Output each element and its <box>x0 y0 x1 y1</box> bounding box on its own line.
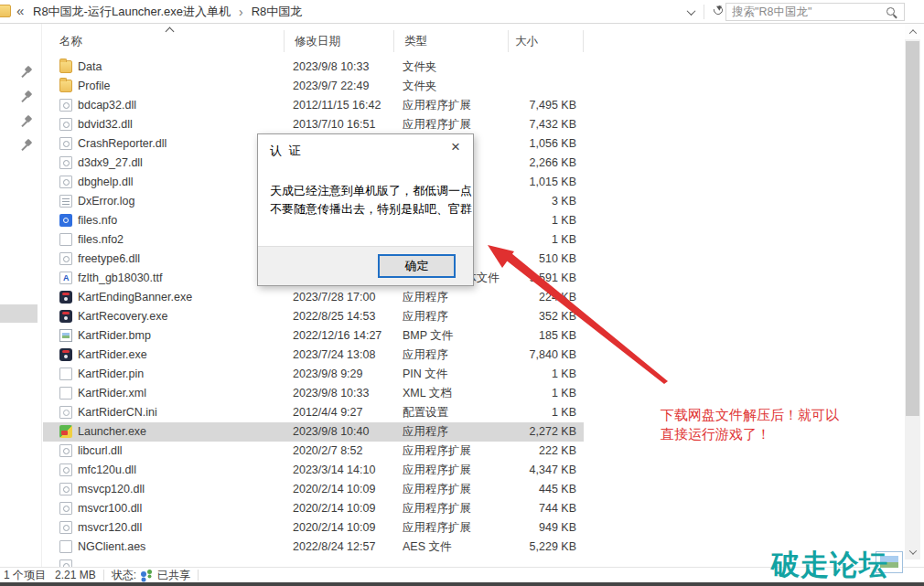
file-name: Data <box>78 58 284 77</box>
breadcrumb-back-chevron[interactable]: « <box>16 3 24 18</box>
column-header-type[interactable]: 类型 <box>404 34 427 49</box>
column-headers: 名称 修改日期 类型 大小 <box>0 25 924 54</box>
file-size: 9,591 KB <box>467 269 576 288</box>
column-header-date[interactable]: 修改日期 <box>295 34 340 49</box>
table-row[interactable]: KartRecovery.exe 2022/8/25 14:53 应用程序 35… <box>43 307 584 326</box>
file-size: 7,840 KB <box>467 346 576 365</box>
file-date: 2023/9/8 10:40 <box>293 422 398 442</box>
file-date <box>293 557 398 567</box>
status-label: 状态: <box>112 568 136 583</box>
dialog-footer: 确定 <box>258 246 473 285</box>
divider <box>508 30 509 52</box>
scroll-down-button[interactable] <box>905 544 920 559</box>
dll-icon <box>59 156 72 169</box>
navigation-pane <box>0 24 42 567</box>
folder-icon <box>0 5 11 17</box>
kart-exe-icon <box>59 310 72 323</box>
file-date: 2022/12/16 14:27 <box>293 326 398 346</box>
file-name: bdvid32.dll <box>78 115 284 134</box>
vertical-scrollbar <box>905 24 920 559</box>
chevron-up-icon <box>908 29 916 37</box>
table-row[interactable]: mfc120u.dll 2023/3/14 14:10 应用程序扩展 4,347… <box>43 461 584 480</box>
table-row[interactable]: libcurl.dll 2020/2/7 8:52 应用程序扩展 222 KB <box>43 442 584 461</box>
file-date: 2023/9/8 9:29 <box>293 365 398 384</box>
table-row[interactable]: KartRiderCN.ini 2012/4/4 9:27 配置设置 1 KB <box>43 403 584 422</box>
refresh-icon <box>713 5 724 16</box>
table-row[interactable]: KartRider.xml 2023/9/8 10:33 XML 文档 1 KB <box>43 384 584 403</box>
file-name: NGClient.aes <box>78 538 284 557</box>
table-row[interactable]: KartRider.exe 2023/7/24 13:08 应用程序 7,840… <box>43 346 584 365</box>
file-size <box>467 58 576 77</box>
file-size: 1 KB <box>467 403 576 422</box>
dll-icon <box>59 137 72 150</box>
column-header-size[interactable]: 大小 <box>515 34 538 49</box>
chevron-down-icon <box>687 6 696 16</box>
column-header-name[interactable]: 名称 <box>59 34 82 49</box>
file-size: 2,272 KB <box>467 422 576 442</box>
annotation-text: 下载网盘文件解压后！就可以 直接运行游戏了！ <box>661 405 839 443</box>
divider <box>393 30 394 52</box>
file-icon <box>59 368 72 380</box>
selection-size: 2.21 MB <box>55 569 96 581</box>
table-row[interactable]: Launcher.exe 2023/9/8 10:40 应用程序 2,272 K… <box>43 422 584 442</box>
file-size <box>467 77 576 96</box>
ok-button[interactable]: 确定 <box>378 254 456 278</box>
file-size: 949 KB <box>467 518 576 538</box>
search-input[interactable] <box>726 5 886 18</box>
dll-icon <box>59 252 72 265</box>
scroll-up-button[interactable] <box>905 24 920 39</box>
dll-icon <box>59 463 72 476</box>
file-date: 2023/7/24 13:08 <box>293 346 398 365</box>
table-row[interactable]: Profile 2023/9/7 22:49 文件夹 <box>43 77 584 96</box>
file-size <box>467 557 576 567</box>
file-size: 510 KB <box>467 250 576 269</box>
file-size: 185 KB <box>467 326 576 346</box>
file-name: Launcher.exe <box>78 422 284 442</box>
file-size: 4,347 KB <box>467 461 576 480</box>
file-date: 2022/8/24 12:57 <box>293 538 398 557</box>
file-date: 2013/7/10 16:51 <box>293 115 398 134</box>
breadcrumb-separator-icon: › <box>239 5 243 19</box>
file-size: 1 KB <box>467 230 576 250</box>
file-date: 2023/7/28 17:00 <box>293 288 398 307</box>
folder-icon <box>59 60 72 73</box>
file-size: 3 KB <box>467 192 576 211</box>
file-name: files.nfo <box>78 211 284 230</box>
file-name: msvcr100.dll <box>78 499 284 518</box>
breadcrumb-current[interactable]: R8中国龙 <box>252 4 303 20</box>
table-row[interactable]: msvcr100.dll 2020/2/14 10:09 应用程序扩展 744 … <box>43 499 584 518</box>
address-dropdown-button[interactable] <box>684 5 698 18</box>
shared-users-icon <box>139 570 155 581</box>
breadcrumb-root[interactable]: R8中国龙-运行Launcher.exe进入单机 <box>33 4 231 20</box>
table-row[interactable] <box>43 557 584 567</box>
file-date: 2020/2/14 10:09 <box>293 518 398 538</box>
table-row[interactable]: KartRider.pin 2023/9/8 9:29 PIN 文件 1 KB <box>43 365 584 384</box>
table-row[interactable]: msvcp120.dll 2020/2/14 10:09 应用程序扩展 445 … <box>43 480 584 499</box>
nfo-icon <box>59 214 72 227</box>
table-row[interactable]: msvcr120.dll 2020/2/14 10:09 应用程序扩展 949 … <box>43 518 584 538</box>
dll-icon <box>59 444 72 457</box>
table-row[interactable]: NGClient.aes 2022/8/24 12:57 AES 文件 5,22… <box>43 538 584 557</box>
close-icon[interactable]: × <box>444 136 467 158</box>
file-name: KartRiderCN.ini <box>78 403 284 422</box>
file-name: libcurl.dll <box>78 442 284 461</box>
ini-icon <box>59 406 72 419</box>
items-count: 1 个项目 <box>4 568 46 583</box>
dll-icon <box>59 99 72 112</box>
table-row[interactable]: Data 2023/9/8 10:33 文件夹 <box>43 58 584 77</box>
dll-icon <box>59 502 72 515</box>
table-row[interactable]: bdcap32.dll 2012/11/15 16:42 应用程序扩展 7,49… <box>43 96 584 115</box>
divider <box>103 570 104 581</box>
nav-selected-item[interactable] <box>0 304 38 323</box>
table-row[interactable]: KartRider.bmp 2022/12/16 14:27 BMP 文件 18… <box>43 326 584 346</box>
divider <box>198 570 199 581</box>
file-name: dbghelp.dll <box>78 173 284 192</box>
file-date: 2023/9/8 10:33 <box>293 384 398 403</box>
auth-dialog: 认 证 × 天成已经注意到单机版了，都低调一点 不要随意传播出去，特别是贴吧、官… <box>257 133 474 286</box>
table-row[interactable]: bdvid32.dll 2013/7/10 16:51 应用程序扩展 7,432… <box>43 115 584 134</box>
table-row[interactable]: KartEndingBanner.exe 2023/7/28 17:00 应用程… <box>43 288 584 307</box>
refresh-button[interactable] <box>710 5 726 18</box>
file-size: 224 KB <box>467 288 576 307</box>
scrollbar-thumb[interactable] <box>906 41 919 416</box>
dll-icon <box>59 118 72 131</box>
